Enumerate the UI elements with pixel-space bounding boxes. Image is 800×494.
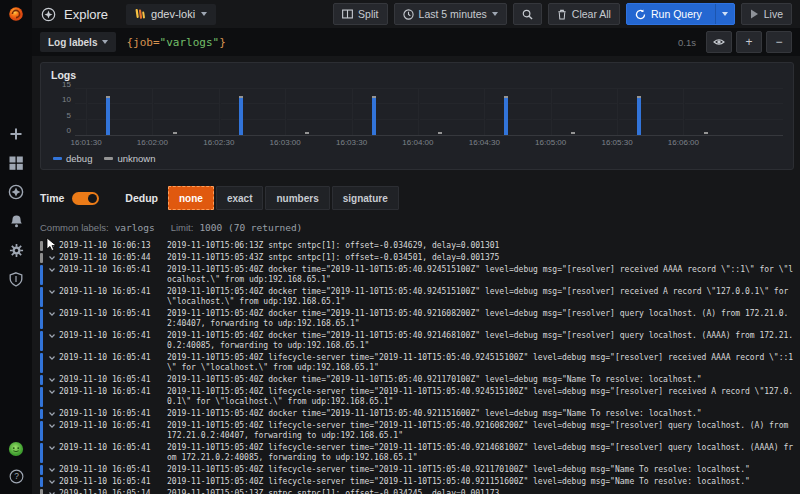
time-toggle[interactable] — [72, 192, 99, 205]
log-row[interactable]: 2019-11-10 16:05:442019-11-10T15:05:43Z … — [40, 253, 794, 263]
plus-icon[interactable] — [8, 126, 24, 142]
clear-all-button[interactable]: Clear All — [548, 3, 620, 25]
split-button[interactable]: Split — [333, 3, 387, 25]
time-range-picker[interactable]: Last 5 minutes — [394, 3, 507, 25]
log-row[interactable]: 2019-11-10 16:05:412019-11-10T15:05:40Z … — [40, 409, 794, 419]
histogram-bar-debug[interactable] — [372, 98, 376, 135]
dedup-option-none[interactable]: none — [168, 186, 214, 210]
histogram-mark-unknown[interactable] — [438, 132, 442, 134]
magnifier-icon — [522, 9, 533, 20]
y-gridline — [75, 88, 783, 89]
legend-item-unknown[interactable]: unknown — [104, 153, 155, 164]
page-title: Explore — [64, 7, 108, 22]
add-query-button[interactable]: + — [736, 31, 762, 53]
histogram-mark-unknown[interactable] — [305, 132, 309, 134]
query-input[interactable]: {job="varlogs"} — [126, 36, 225, 49]
chevron-down-icon — [201, 12, 207, 16]
log-timestamp: 2019-11-10 16:05:41 — [59, 287, 157, 297]
histogram-mark-unknown[interactable] — [571, 132, 575, 134]
histogram-mark-unknown[interactable] — [637, 96, 641, 98]
x-gridline — [617, 89, 619, 135]
histogram-bar-debug[interactable] — [637, 98, 641, 135]
dedup-option-exact[interactable]: exact — [216, 186, 264, 210]
histogram-bar-debug[interactable] — [504, 98, 508, 135]
log-message: 2019-11-10T15:05:43Z sntpc sntpc[1]: off… — [167, 253, 794, 263]
histogram-mark-unknown[interactable] — [239, 96, 243, 98]
histogram-mark-unknown[interactable] — [106, 96, 110, 98]
chevron-down-icon[interactable] — [48, 265, 59, 275]
log-row[interactable]: 2019-11-10 16:05:142019-11-10T15:05:13Z … — [40, 489, 794, 494]
log-message: 2019-11-10T15:05:40Z lifecycle-server ti… — [167, 421, 794, 441]
log-row[interactable]: 2019-11-10 16:06:132019-11-10T15:06:13Z … — [40, 241, 794, 251]
live-button[interactable]: Live — [741, 3, 792, 25]
log-row[interactable]: 2019-11-10 16:05:412019-11-10T15:05:40Z … — [40, 477, 794, 487]
log-level-indicator — [40, 287, 43, 307]
query-row: Log labels {job="varlogs"} 0.1s + − — [32, 28, 800, 56]
alerting-bell-icon[interactable] — [8, 213, 24, 229]
chevron-down-icon[interactable] — [48, 489, 59, 494]
log-row[interactable]: 2019-11-10 16:05:412019-11-10T15:05:40Z … — [40, 375, 794, 385]
dedup-label: Dedup — [125, 192, 158, 204]
chevron-down-icon[interactable] — [48, 241, 59, 251]
log-message: 2019-11-10T15:05:40Z docker time="2019-1… — [167, 287, 794, 307]
log-row[interactable]: 2019-11-10 16:05:412019-11-10T15:05:40Z … — [40, 331, 794, 351]
log-level-indicator — [40, 421, 43, 441]
histogram-mark-unknown[interactable] — [372, 96, 376, 98]
histogram-mark-unknown[interactable] — [173, 132, 177, 134]
help-icon[interactable]: ? — [8, 468, 24, 484]
log-row[interactable]: 2019-11-10 16:05:412019-11-10T15:05:40Z … — [40, 387, 794, 407]
configuration-gear-icon[interactable] — [8, 242, 24, 258]
chevron-down-icon[interactable] — [48, 309, 59, 319]
logs-panel: Logs 051015 16:01:3016:02:0016:02:3016:0… — [40, 62, 794, 170]
log-timestamp: 2019-11-10 16:06:13 — [59, 241, 157, 251]
log-level-indicator — [40, 489, 43, 494]
chevron-down-icon[interactable] — [48, 465, 59, 475]
log-row[interactable]: 2019-11-10 16:05:412019-11-10T15:05:40Z … — [40, 421, 794, 441]
log-labels-dropdown[interactable]: Log labels — [40, 32, 116, 52]
histogram-bar-debug[interactable] — [106, 98, 110, 135]
log-row[interactable]: 2019-11-10 16:05:412019-11-10T15:05:40Z … — [40, 465, 794, 475]
chevron-down-icon[interactable] — [48, 409, 59, 419]
explore-compass-icon[interactable] — [8, 184, 24, 200]
chevron-down-icon[interactable] — [48, 353, 59, 363]
run-query-dropdown[interactable] — [715, 4, 734, 24]
chevron-down-icon[interactable] — [48, 443, 59, 453]
remove-query-button[interactable]: − — [766, 31, 792, 53]
histogram-bar-debug[interactable] — [239, 98, 243, 135]
log-row[interactable]: 2019-11-10 16:05:412019-11-10T15:05:40Z … — [40, 265, 794, 285]
server-admin-shield-icon[interactable] — [8, 271, 24, 287]
dedup-option-signature[interactable]: signature — [332, 186, 399, 210]
chevron-down-icon[interactable] — [48, 253, 59, 263]
legend-item-debug[interactable]: debug — [53, 153, 92, 164]
x-axis-tick-label: 16:03:30 — [336, 138, 367, 147]
log-row[interactable]: 2019-11-10 16:05:412019-11-10T15:05:40Z … — [40, 353, 794, 373]
dashboards-icon[interactable] — [8, 155, 24, 171]
x-axis-tick-label: 16:05:00 — [535, 138, 566, 147]
log-row[interactable]: 2019-11-10 16:05:412019-11-10T15:05:40Z … — [40, 309, 794, 329]
eye-icon-button[interactable] — [706, 31, 732, 53]
log-row[interactable]: 2019-11-10 16:05:412019-11-10T15:05:40Z … — [40, 287, 794, 307]
chevron-down-icon[interactable] — [48, 387, 59, 397]
time-zoom-out-button[interactable] — [513, 3, 542, 25]
chevron-down-icon[interactable] — [48, 375, 59, 385]
grafana-logo[interactable] — [8, 6, 24, 22]
log-level-indicator — [40, 253, 43, 263]
log-row[interactable]: 2019-11-10 16:05:412019-11-10T15:05:40Z … — [40, 443, 794, 463]
chevron-down-icon[interactable] — [48, 287, 59, 297]
user-avatar[interactable] — [8, 441, 24, 457]
chevron-down-icon[interactable] — [48, 421, 59, 431]
y-axis-tick-label: 0 — [51, 126, 71, 135]
y-axis-tick-label: 10 — [51, 95, 71, 104]
log-message: 2019-11-10T15:05:40Z docker time="2019-1… — [167, 265, 794, 285]
datasource-picker[interactable]: gdev-loki — [126, 4, 216, 25]
histogram-mark-unknown[interactable] — [704, 132, 708, 134]
dedup-option-numbers[interactable]: numbers — [265, 186, 329, 210]
logs-histogram[interactable]: 051015 16:01:3016:02:0016:02:3016:03:001… — [51, 89, 783, 148]
chevron-down-icon[interactable] — [48, 477, 59, 487]
chevron-down-icon[interactable] — [48, 331, 59, 341]
run-query-button[interactable]: Run Query — [626, 3, 735, 25]
x-gridline — [285, 89, 287, 135]
log-timestamp: 2019-11-10 16:05:41 — [59, 353, 157, 363]
log-list: 2019-11-10 16:06:132019-11-10T15:06:13Z … — [40, 241, 794, 494]
histogram-mark-unknown[interactable] — [504, 96, 508, 98]
